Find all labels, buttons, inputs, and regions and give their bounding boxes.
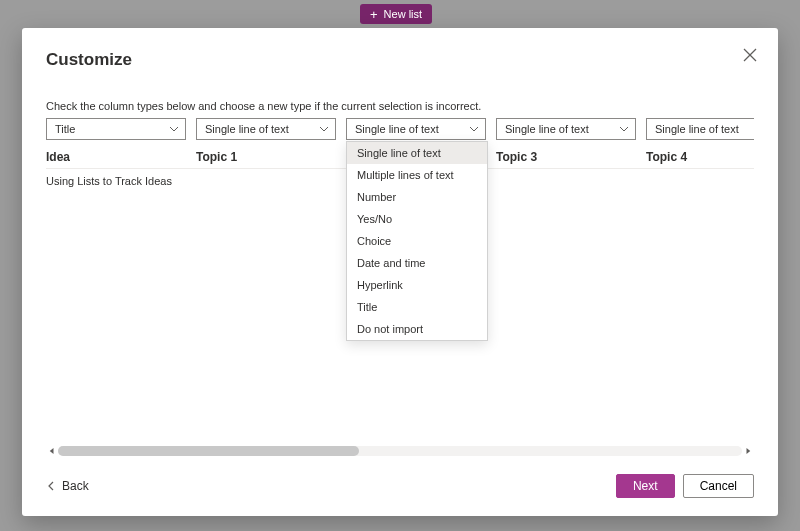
svg-marker-2 <box>50 448 54 454</box>
back-button[interactable]: Back <box>46 479 89 493</box>
table-cell <box>646 175 786 187</box>
dialog-title: Customize <box>46 50 754 70</box>
svg-marker-3 <box>747 448 751 454</box>
column-type-value: Single line of text <box>505 123 589 135</box>
dropdown-option-do-not-import[interactable]: Do not import <box>347 318 487 340</box>
table-cell: Using Lists to Track Ideas <box>46 175 186 187</box>
scroll-right-arrow-icon[interactable] <box>742 445 754 457</box>
table-cell <box>196 175 336 187</box>
dropdown-option-date-time[interactable]: Date and time <box>347 252 487 274</box>
close-icon <box>743 48 757 62</box>
chevron-left-icon <box>46 481 56 491</box>
column-header: Idea <box>46 150 186 164</box>
column-header: Topic 3 <box>496 150 636 164</box>
customize-dialog: Customize Check the column types below a… <box>22 28 778 516</box>
dialog-footer: Back Next Cancel <box>46 474 754 498</box>
dropdown-option-number[interactable]: Number <box>347 186 487 208</box>
back-label: Back <box>62 479 89 493</box>
dropdown-option-multi-line[interactable]: Multiple lines of text <box>347 164 487 186</box>
table-cell <box>496 175 636 187</box>
column-type-value: Single line of text <box>355 123 439 135</box>
chevron-down-icon <box>319 124 329 134</box>
new-list-label: New list <box>384 8 423 20</box>
scrollbar-thumb[interactable] <box>58 446 359 456</box>
cancel-button[interactable]: Cancel <box>683 474 754 498</box>
scroll-left-arrow-icon[interactable] <box>46 445 58 457</box>
chevron-down-icon <box>169 124 179 134</box>
new-list-button[interactable]: + New list <box>360 4 432 24</box>
column-type-value: Title <box>55 123 75 135</box>
horizontal-scrollbar[interactable] <box>46 444 754 458</box>
column-type-select-3[interactable]: Single line of text <box>496 118 636 140</box>
dropdown-option-yes-no[interactable]: Yes/No <box>347 208 487 230</box>
page-backdrop: + New list Customize Check the column ty… <box>0 0 800 531</box>
chevron-down-icon <box>619 124 629 134</box>
close-button[interactable] <box>740 46 760 66</box>
footer-actions: Next Cancel <box>616 474 754 498</box>
next-button[interactable]: Next <box>616 474 675 498</box>
plus-icon: + <box>370 8 378 21</box>
column-type-selectors: Title Single line of text Single line of… <box>46 118 754 140</box>
column-type-dropdown: Single line of text Multiple lines of te… <box>346 141 488 341</box>
scrollbar-track[interactable] <box>58 446 742 456</box>
dropdown-option-single-line[interactable]: Single line of text <box>347 142 487 164</box>
column-header: Topic 1 <box>196 150 336 164</box>
column-type-select-0[interactable]: Title <box>46 118 186 140</box>
column-type-value: Single line of text <box>655 123 739 135</box>
dropdown-option-hyperlink[interactable]: Hyperlink <box>347 274 487 296</box>
column-type-select-4[interactable]: Single line of text <box>646 118 754 140</box>
dropdown-option-choice[interactable]: Choice <box>347 230 487 252</box>
dropdown-option-title[interactable]: Title <box>347 296 487 318</box>
column-type-select-1[interactable]: Single line of text <box>196 118 336 140</box>
column-header: Topic 4 <box>646 150 786 164</box>
instruction-text: Check the column types below and choose … <box>46 100 754 112</box>
column-type-value: Single line of text <box>205 123 289 135</box>
column-type-select-2[interactable]: Single line of text Single line of text … <box>346 118 486 140</box>
chevron-down-icon <box>469 124 479 134</box>
